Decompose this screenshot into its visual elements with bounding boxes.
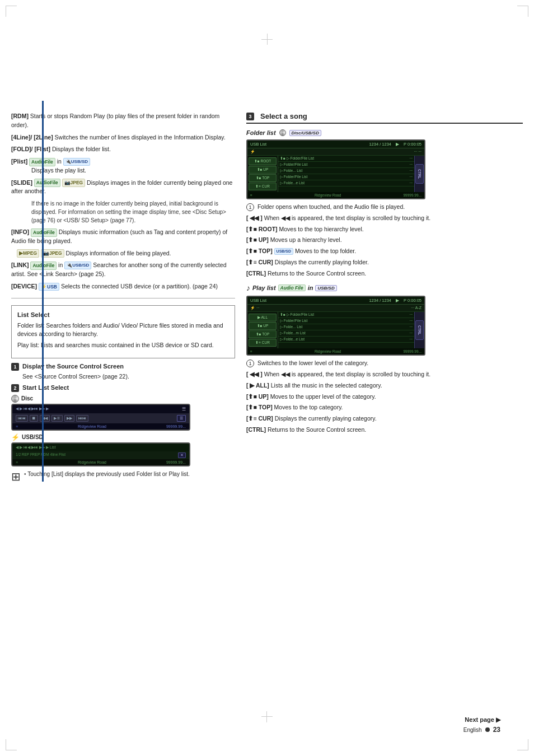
folder-btn-up[interactable]: ⬆■ UP [249, 166, 277, 174]
folder-file-5[interactable]: ▷ Folde...e List··· [278, 180, 414, 186]
folder-btn-cur[interactable]: ⬆≡ CUR [249, 183, 277, 190]
folder-top-usb-badge: USB/SD [274, 248, 293, 255]
corner-bl [6, 739, 17, 750]
usb-screen-footer: ≡ Ridgeview Road 99999.99... [12, 459, 189, 465]
badge-usb-sd: 🔌USB/SD [63, 158, 90, 166]
text-slide-note: If there is no image in the folder curre… [31, 200, 226, 223]
disc-btn-prev[interactable]: ⏮⏮ [16, 415, 28, 422]
disc-btn-stop[interactable]: ⏹ [30, 415, 38, 422]
folder-list-label: Folder list [246, 129, 276, 136]
folder-file-4[interactable]: ▷ Folder/File List··· [278, 174, 414, 180]
play-desc-ctrl: [CTRL] Returns to the Source Control scr… [246, 426, 523, 435]
play-list-label: Play list [252, 284, 276, 291]
disc-screen-footer: ≡ Ridgeview Road 99999.99... [12, 423, 189, 430]
play-file-2[interactable]: ▷ Folder/File List··· [278, 318, 414, 324]
play-screen-header-right: 1234 / 1234 ▶ P 0:00:05 [369, 298, 421, 303]
usb-status-row: 1/2 REP FREP RDM 4line Flist ✕ [12, 451, 189, 459]
badge-audio-info: AudioFile [31, 228, 57, 237]
usb-label-row: ⚡ USB/SD [11, 433, 235, 441]
folder-desc-cur: [⬆≡ CUR] Displays the currently playing … [246, 258, 523, 267]
disc-buttons-row: ⏮⏮ ⏹ ◀◀ ▶⏸ ▶▶ ⏭⏭ ☰ [12, 413, 189, 423]
play-file-1[interactable]: ⬆■ ▷ Folder/File List··· [278, 312, 414, 318]
play-desc-ctrl-text: Returns to the Source Control screen. [268, 426, 366, 433]
usb-time: 99999.99... [166, 460, 186, 464]
note-content: Touching [List] displays the previously … [27, 471, 190, 477]
list-select-title: List Select [17, 311, 229, 318]
play-file-5[interactable]: ▷ Folde...e List··· [278, 337, 414, 343]
disc-btn-rw[interactable]: ◀◀ [40, 415, 50, 422]
folder-desc-root-text: Moves to the top hierarchy level. [279, 226, 364, 232]
disc-btn-next[interactable]: ⏭⏭ [76, 415, 88, 422]
play-desc-cur: [⬆≡ CUR] Displays the currently playing … [246, 414, 523, 423]
tag-plist: [Plist] [11, 158, 27, 165]
play-circ-1: 1 [246, 360, 254, 367]
badge-usb-link: 🔌USB/SD [64, 262, 91, 269]
usb-icon: ⚡ [11, 433, 20, 441]
folder-road: Ridgeview Road [315, 193, 341, 197]
disc-header-right: ☰ [182, 407, 186, 412]
play-screen-body: ▶ ALL ⬆■ UP ⬆■ TOP ⬆≡ CUR ⬆■ ▷ Folder/Fi… [247, 312, 424, 348]
folder-btn-top[interactable]: ⬆■ TOP [249, 174, 277, 182]
folder-desc-1-text: Folder opens when touched, and the Audio… [257, 203, 405, 210]
tag-device: [DEVICE] [11, 283, 37, 290]
note-bullet: • [24, 471, 26, 477]
entry-4line: [4Line]/ [2Line] Switches the number of … [11, 133, 235, 142]
play-btn-up[interactable]: ⬆■ UP [249, 322, 277, 330]
folder-desc-rw: [ ◀◀ ] When ◀◀ is appeared, the text dis… [246, 214, 523, 223]
play-btn-top[interactable]: ⬆■ TOP [249, 330, 277, 338]
tag-slide: [SLIDE] [11, 179, 32, 186]
section-num: 3 [246, 113, 254, 120]
section-title: Select a song [260, 112, 307, 120]
folder-screen-time: P 0:00:05 [404, 142, 421, 147]
disc-label-row: Disc [11, 395, 235, 403]
step1-num: 1 [11, 363, 19, 371]
folder-desc-ctrl: [CTRL] Returns to the Source Control scr… [246, 269, 523, 278]
folder-desc-up-text: Moves up a hierarchy level. [270, 236, 342, 243]
play-screen-arrow: ▶ [396, 298, 399, 303]
badge-jpeg2: 📷JPEG [41, 249, 64, 258]
entry-link: [LINK] AudioFile in 🔌USB/SD Searches for… [11, 261, 235, 279]
text-fold: Displays the folder list. [52, 146, 111, 152]
page-container: [RDM] Starts or stops Random Play (to pl… [0, 0, 534, 756]
play-desc-all-text: Lists all the music in the selected cate… [271, 382, 382, 389]
play-file-4[interactable]: ▷ Folde...m List··· [278, 330, 414, 337]
entry-rdm: [RDM] Starts or stops Random Play (to pl… [11, 112, 235, 130]
corner-tr [517, 6, 528, 17]
folder-btn-root[interactable]: ⬆■ ROOT [249, 157, 277, 165]
entry-fold: [FOLD]/ [Flist] Displays the folder list… [11, 145, 235, 154]
folder-screen-body: ⬆■ ROOT ⬆■ UP ⬆■ TOP ⬆≡ CUR ⬆■ ▷ Folder/… [247, 156, 424, 192]
play-btn-all[interactable]: ▶ ALL [249, 314, 277, 321]
folder-desc-1: 1 Folder opens when touched, and the Aud… [246, 203, 523, 212]
folder-screen-counter: 1234 / 1234 [369, 142, 391, 147]
folder-time: 99999.99... [403, 193, 421, 197]
disc-screen: ◀ ▶ ⏮◀ ▶⏭ ▶▶ ▶ ☰ ⏮⏮ ⏹ ◀◀ ▶⏸ ▶▶ ⏭⏭ ☰ ≡ [11, 404, 190, 431]
step2-row: 2 Start List Select [11, 384, 235, 392]
folder-file-2[interactable]: ▷ Folder/File List··· [278, 162, 414, 168]
play-btn-cur[interactable]: ⬆≡ CUR [249, 339, 277, 347]
play-list-descs: 1 Switches to the lower level of the cat… [246, 359, 523, 434]
text-device: Selects the connected USB device (or a p… [61, 283, 218, 290]
folder-list-descs: 1 Folder opens when touched, and the Aud… [246, 203, 523, 278]
folder-file-1[interactable]: ⬆■ ▷ Folder/File List··· [278, 156, 414, 162]
disc-device-wrapper: Disc ◀ ▶ ⏮◀ ▶⏭ ▶▶ ▶ ☰ ⏮⏮ ⏹ ◀◀ ▶⏸ ▶▶ ⏭⏭ ☰ [11, 395, 235, 431]
folder-desc-rw-text: When ◀◀ is appeared, the text display is… [264, 214, 430, 221]
usb-list-btn[interactable]: ✕ [178, 452, 186, 458]
divider1 [11, 298, 235, 298]
section-header: 3 Select a song [246, 112, 523, 124]
folder-ctrl-btn[interactable]: CTRL [415, 164, 424, 184]
play-ctrl-btn[interactable]: CTRL [415, 320, 424, 340]
play-list-music-icon: ♪ [246, 283, 250, 292]
play-file-3[interactable]: ▷ Folde... List··· [278, 324, 414, 330]
folder-screen-header: USB List 1234 / 1234 ▶ P 0:00:05 [247, 141, 424, 148]
left-bar [42, 101, 44, 482]
disc-label: Disc [21, 395, 33, 402]
badge-mpeg: ▶MPEG [17, 249, 39, 258]
folder-desc-top: [⬆■ TOP] USB/SD Moves to the top folder. [246, 247, 523, 256]
folder-file-3[interactable]: ▷ Folde... List··· [278, 168, 414, 174]
disc-list-btn[interactable]: ☰ [177, 415, 186, 422]
play-screen-header: USB List 1234 / 1234 ▶ P 0:00:05 [247, 297, 424, 305]
tag-link: [LINK] [11, 262, 29, 268]
disc-btn-play[interactable]: ▶⏸ [51, 415, 63, 422]
disc-btn-ff[interactable]: ▶▶ [64, 415, 74, 422]
key-root: [⬆■ ROOT] [246, 226, 278, 232]
